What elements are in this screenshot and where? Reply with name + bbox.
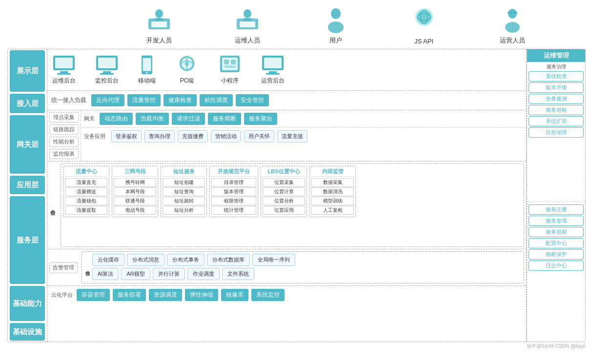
svg-rect-37: [264, 58, 282, 68]
foundation-layer-label: 基础能力: [10, 286, 45, 321]
service-governance: 服务治理 基线检查 版本升级 业务拨测 服务巡检 系统扩容 应急保障: [527, 62, 585, 202]
watermark: 知乎@5分钟 CSDN @folyn: [7, 343, 586, 350]
p2-i1: 短址查询: [163, 187, 205, 196]
tech-platform: 技术中台 云化缓存 分布式消息 分布式事务 分布式数据库 全局唯一序列 AI算法: [82, 251, 524, 283]
rp-s0-i2: 业务拨测: [529, 94, 584, 104]
gateway-row: 网关 动态路由 负载均衡 请求过滤 服务熔断 服务聚合: [81, 110, 526, 128]
app-item-2: 充值缴费: [178, 130, 208, 142]
rp-s0-i3: 服务巡检: [529, 105, 584, 115]
access-item-1: 流量管控: [127, 94, 161, 106]
platform-boxes: 流量中心 流量直充 流量赠送 流量钱包 流量提取 三网号段 携号转网 本网号段 …: [63, 166, 522, 217]
svg-rect-23: [103, 71, 111, 73]
app-sublabel: 业务应用: [84, 133, 105, 140]
p3-i2: 权限管理: [211, 197, 256, 205]
gw-item-4: 服务聚合: [244, 113, 277, 125]
gw-item-3: 服务熔断: [208, 113, 241, 125]
persona-jsapi-label: JS API: [414, 38, 433, 45]
app-item-0: 登录鉴权: [111, 130, 142, 142]
p3-i0: 目录管理: [211, 178, 256, 187]
platform-4: LBS位置中心 位置采集 位置计算 位置分析 位置应用: [261, 166, 307, 217]
pc-label: PC端: [180, 77, 194, 85]
display-layer: 运维后台 监控后台: [47, 49, 526, 91]
app-layer-label: 应用层: [10, 176, 45, 194]
display-layer-label: 展示层: [10, 50, 45, 92]
infra-item-1: 服务部署: [113, 289, 146, 301]
app-item-1: 查询办理: [144, 130, 175, 142]
p0-i0: 流量直充: [65, 178, 107, 187]
main-container: 开发人员 运维人员 用户: [0, 0, 593, 355]
platform-0: 流量中心 流量直充 流量赠送 流量钱包 流量提取: [63, 166, 109, 217]
tech-rows: 云化缓存 分布式消息 分布式事务 分布式数据库 全局唯一序列 AI算法 AR模型…: [92, 254, 522, 280]
service-other: 服务注册 服务发现 服务授权 配置中心 熔断保护 日志中心: [527, 202, 585, 342]
infra-item-4: 镜像库: [221, 289, 248, 301]
persona-developer: 开发人员: [144, 5, 174, 45]
svg-rect-34: [231, 60, 236, 64]
rp-s1-i2: 服务授权: [529, 227, 584, 237]
svg-point-27: [146, 72, 147, 73]
service-platforms: 流量中心 流量直充 流量赠送 流量钱包 流量提取 三网号段 携号转网 本网号段 …: [61, 163, 524, 247]
tech-r1-i2: 分布式事务: [167, 254, 204, 266]
monitor-item-1: 链路跟踪: [49, 124, 79, 135]
gw-item-2: 请求过滤: [172, 113, 205, 125]
infra-item-2: 资源调度: [149, 289, 182, 301]
infra-item-0: 容器管理: [77, 289, 110, 301]
p2-i2: 短址跳转: [163, 197, 205, 205]
service-sublabel-container: 业务中台: [47, 162, 59, 249]
tech-label-row: 技术中台 云化缓存 分布式消息 分布式事务 分布式数据库 全局唯一序列 AI算法: [84, 254, 522, 280]
display-item-miniapp: 小程序: [218, 55, 242, 85]
tech-r1-i4: 全局唯一序列: [252, 254, 295, 266]
p1-i3: 电信号段: [114, 206, 156, 215]
mobile-label: 移动端: [138, 77, 156, 85]
platform-0-title: 流量中心: [65, 168, 107, 177]
infra-item-3: 弹性伸缩: [185, 289, 218, 301]
rp-s1-i1: 服务发现: [529, 216, 584, 226]
platform-2-title: 短址服务: [163, 168, 205, 177]
p4-i2: 位置分析: [263, 197, 305, 205]
display-item-ops-backend: 运维后台: [52, 55, 76, 85]
tech-r2-i3: 作业调度: [187, 268, 220, 280]
gateway-sublabel: 网关: [84, 115, 95, 122]
svg-rect-24: [100, 73, 114, 75]
access-item-4: 安全管控: [236, 94, 269, 106]
alert-box: 告警管理: [47, 249, 80, 285]
svg-rect-33: [224, 60, 229, 64]
p4-i0: 位置采集: [263, 178, 305, 187]
monitor-labels: 埋点采集 链路跟踪 性能分析 监控报表: [47, 110, 81, 161]
infra-layer: 云化平台 容器管理 服务部署 资源调度 弹性伸缩 镜像库 系统监控: [47, 286, 526, 303]
p2-i0: 短址创建: [163, 178, 205, 187]
svg-rect-16: [508, 12, 517, 14]
rp-s1-i3: 配置中心: [529, 238, 584, 248]
tech-row-1: 云化缓存 分布式消息 分布式事务 分布式数据库 全局唯一序列: [92, 254, 522, 266]
svg-rect-18: [55, 58, 73, 68]
access-layer-label: 接入层: [10, 94, 45, 113]
right-panel-header: 运维管理: [527, 49, 585, 62]
right-panel: 运维管理 服务治理 基线检查 版本升级 业务拨测 服务巡检 系统扩容 应急保障 …: [527, 49, 585, 342]
access-layer: 统一接入负载 反向代理 流量管控 健康检查 粘性调度 安全管控: [47, 91, 526, 110]
display-item-monitor-backend: 监控后台: [95, 55, 119, 85]
tech-r2-i0: AI算法: [92, 268, 119, 280]
p3-i1: 版本管理: [211, 187, 256, 196]
platform-2: 短址服务 短址创建 短址查询 短址跳转 短址分析: [161, 166, 207, 217]
left-labels: 展示层 接入层 网关层 应用层 服务层 基础能力 基础设施: [8, 49, 47, 342]
access-item-0: 反向代理: [91, 94, 124, 106]
p5-i2: 模型训练: [311, 197, 354, 205]
p0-i2: 流量钱包: [65, 197, 107, 205]
monitor-item-2: 性能分析: [49, 137, 79, 147]
p1-i2: 联通号段: [114, 197, 156, 205]
rp-s1-i5: 日志中心: [529, 261, 584, 271]
svg-rect-20: [57, 73, 71, 75]
gw-item-0: 动态路由: [100, 113, 133, 125]
persona-operation: 运营人员: [498, 5, 527, 45]
personas-row: 开发人员 运维人员 用户: [85, 5, 586, 49]
rp-s1-i4: 熔断保护: [529, 249, 584, 260]
svg-rect-22: [98, 58, 116, 68]
platform-1-title: 三网号段: [114, 168, 156, 177]
svg-point-11: [417, 10, 431, 24]
infra-layer-label: 基础设施: [10, 323, 45, 341]
tech-r2-i1: AR模型: [121, 268, 150, 280]
tech-r1-i3: 分布式数据库: [207, 254, 250, 266]
access-item-2: 健康检查: [164, 94, 197, 106]
main-content: 运维后台 监控后台: [47, 49, 527, 342]
app-item-4: 用户关怀: [244, 130, 274, 142]
svg-rect-5: [240, 21, 255, 27]
